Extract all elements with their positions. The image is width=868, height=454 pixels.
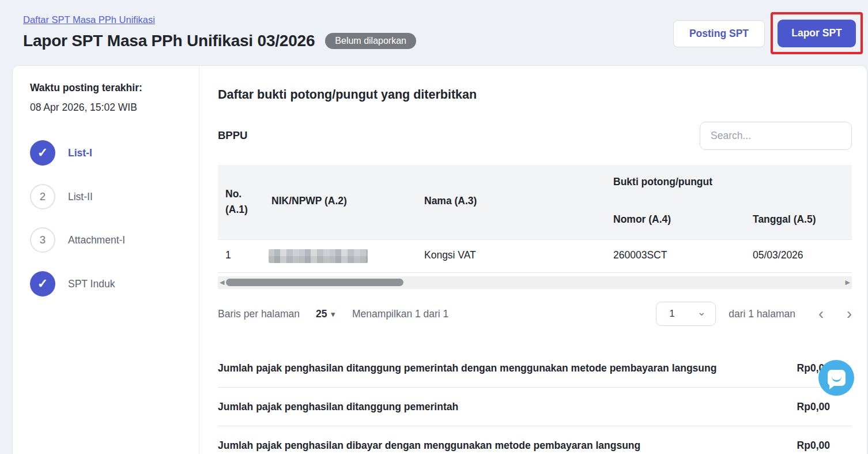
cell-nik-redacted <box>269 249 368 263</box>
scroll-left-icon[interactable]: ◀ <box>220 279 224 286</box>
table-row[interactable]: 1 Kongsi VAT 260003SCT 05/03/2026 <box>218 240 852 273</box>
col-header-nama: Nama (A.3) <box>424 195 477 207</box>
summary-value: Rp0,00 <box>797 401 852 413</box>
summary-label: Jumlah pajak penghasilan dibayar dengan … <box>218 440 640 452</box>
col-header-nomor: Nomor (A.4) <box>613 213 671 226</box>
showing-text: Menampilkan 1 dari 1 <box>352 308 448 320</box>
summary-row: Jumlah pajak penghasilan ditanggung peme… <box>218 349 852 388</box>
col-header-tanggal: Tanggal (A.5) <box>753 213 816 226</box>
step-label: Attachment-I <box>68 234 125 246</box>
lapor-spt-button[interactable]: Lapor SPT <box>778 20 856 47</box>
status-badge: Belum dilaporkan <box>325 33 416 49</box>
step-label: SPT Induk <box>68 278 115 290</box>
title-row: Lapor SPT Masa PPh Unifikasi 03/2026 Bel… <box>23 32 416 50</box>
col-header-no: No. (A.1) <box>225 186 255 217</box>
last-posting-label: Waktu posting terakhir: <box>30 82 142 94</box>
sidebar-step-attachment-i[interactable]: 3 Attachment-I <box>30 227 125 253</box>
next-page-icon[interactable]: › <box>847 306 852 322</box>
chat-smile-icon <box>832 377 841 382</box>
summary-value: Rp0,00 <box>797 440 852 452</box>
page-select-value: 1 <box>669 308 697 320</box>
chat-bubble-icon <box>828 370 846 386</box>
of-pages-text: dari 1 halaman <box>729 308 795 320</box>
step-complete-circle: ✓ <box>30 271 55 297</box>
horizontal-scrollbar[interactable]: ◀ ▶ <box>218 276 852 289</box>
chevron-down-icon: ⌄ <box>697 309 706 315</box>
step-number-circle: 3 <box>30 227 55 253</box>
summary-row: Jumlah pajak penghasilan ditanggung peme… <box>218 388 852 426</box>
step-complete-circle: ✓ <box>30 140 55 166</box>
main-panel: Daftar bukti potong/pungut yang diterbit… <box>200 66 868 454</box>
rows-per-page-value: 25 <box>316 308 327 320</box>
rows-per-page-dropdown[interactable]: 25 ▾ <box>316 308 335 320</box>
posting-spt-button[interactable]: Posting SPT <box>673 20 765 47</box>
cell-no: 1 <box>225 249 231 261</box>
sidebar-step-list-i[interactable]: ✓ List-I <box>30 140 92 166</box>
scroll-right-icon[interactable]: ▶ <box>846 279 850 286</box>
col-header-nik-npwp: NIK/NPWP (A.2) <box>271 195 347 207</box>
check-icon: ✓ <box>37 277 48 290</box>
section-title: Daftar bukti potong/pungut yang diterbit… <box>218 88 477 102</box>
page-title: Lapor SPT Masa PPh Unifikasi 03/2026 <box>23 32 315 50</box>
sidebar-step-list-ii[interactable]: 2 List-II <box>30 184 93 209</box>
search-input[interactable] <box>700 122 852 150</box>
summary-label: Jumlah pajak penghasilan ditanggung peme… <box>218 362 716 374</box>
summary-row: Jumlah pajak penghasilan dibayar dengan … <box>218 426 852 454</box>
cell-tanggal: 05/03/2026 <box>753 249 803 261</box>
col-group-header-bukti: Bukti potong/pungut <box>613 176 712 188</box>
summary-label: Jumlah pajak penghasilan ditanggung peme… <box>218 401 458 413</box>
annotation-highlight-box: Lapor SPT <box>771 12 863 54</box>
cell-nomor: 260003SCT <box>613 249 667 261</box>
prev-page-icon[interactable]: ‹ <box>818 306 824 322</box>
sidebar: Waktu posting terakhir: 08 Apr 2026, 15:… <box>13 66 199 454</box>
breadcrumb[interactable]: Daftar SPT Masa PPh Unifikasi <box>23 14 155 25</box>
caret-down-icon: ▾ <box>331 310 335 318</box>
table-header: No. (A.1) NIK/NPWP (A.2) Nama (A.3) Bukt… <box>218 165 852 240</box>
bppu-title: BPPU <box>218 129 247 142</box>
chat-widget-button[interactable] <box>818 360 854 396</box>
content-card: Waktu posting terakhir: 08 Apr 2026, 15:… <box>12 65 867 454</box>
page-select[interactable]: 1 ⌄ <box>656 302 716 326</box>
check-icon: ✓ <box>37 147 48 159</box>
last-posting-value: 08 Apr 2026, 15:02 WIB <box>30 102 137 114</box>
step-label: List-II <box>68 191 93 203</box>
step-number-circle: 2 <box>30 184 55 209</box>
scrollbar-thumb[interactable] <box>226 279 403 286</box>
cell-nama: Kongsi VAT <box>424 249 476 261</box>
summary-section: Jumlah pajak penghasilan ditanggung peme… <box>218 349 852 454</box>
rows-per-page-label: Baris per halaman <box>218 308 300 320</box>
pagination-bar: Baris per halaman 25 ▾ Menampilkan 1 dar… <box>218 299 852 328</box>
step-label: List-I <box>68 147 92 159</box>
sidebar-step-spt-induk[interactable]: ✓ SPT Induk <box>30 271 115 297</box>
